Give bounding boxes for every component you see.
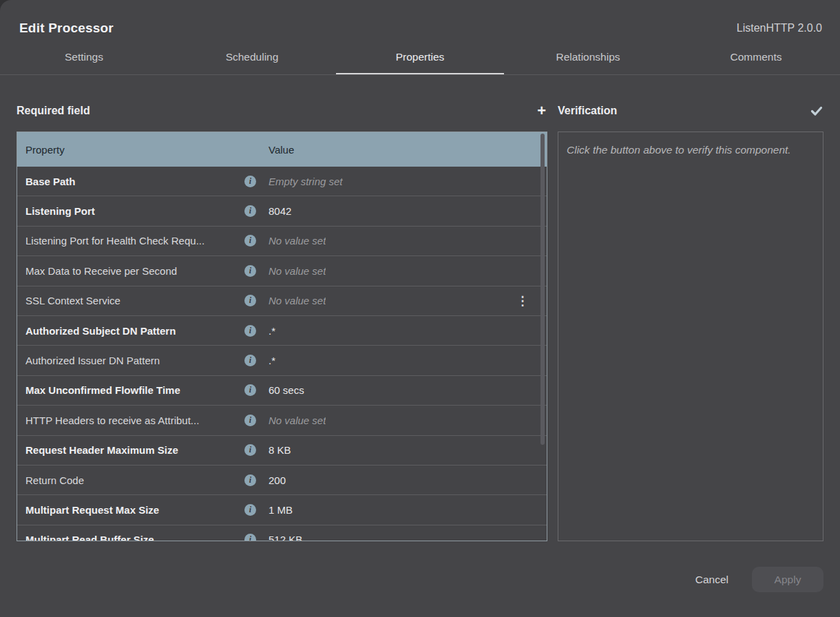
property-name: Listening Port: [25, 205, 95, 217]
kebab-menu-icon[interactable]: ⋮: [516, 295, 529, 306]
property-cell: Max Data to Receive per Second i: [17, 265, 260, 277]
verification-panel-header: Verification: [558, 101, 823, 121]
tab-relationships[interactable]: Relationships: [504, 43, 672, 74]
cancel-button[interactable]: Cancel: [689, 568, 735, 592]
info-icon: i: [244, 415, 256, 426]
table-row[interactable]: Multipart Read Buffer Size i 512 KB ⋮: [17, 525, 547, 541]
property-value-cell[interactable]: Empty string set ⋮: [260, 176, 547, 187]
property-name: Multipart Request Max Size: [25, 504, 159, 516]
property-value: No value set: [269, 235, 326, 247]
property-name: SSL Context Service: [25, 295, 120, 306]
info-icon: i: [244, 205, 256, 217]
property-value-cell[interactable]: No value set ⋮: [260, 265, 547, 277]
dialog-footer: Cancel Apply: [0, 547, 840, 617]
info-icon: i: [244, 384, 256, 396]
tab-label: Scheduling: [226, 51, 279, 63]
tab-settings[interactable]: Settings: [0, 43, 168, 74]
property-cell: Multipart Request Max Size i: [17, 504, 260, 516]
property-name: Max Unconfirmed Flowfile Time: [25, 384, 180, 396]
info-icon: i: [244, 295, 256, 306]
table-row[interactable]: Max Data to Receive per Second i No valu…: [17, 256, 547, 286]
table-row[interactable]: Return Code i 200 ⋮: [17, 466, 547, 495]
properties-column: Required field + Property Value Base Pat…: [17, 75, 547, 547]
verification-label: Verification: [558, 105, 617, 117]
property-value-cell[interactable]: No value set ⋮: [260, 295, 547, 306]
table-row[interactable]: Listening Port i 8042 ⋮: [17, 196, 547, 226]
property-name: Max Data to Receive per Second: [25, 265, 177, 277]
property-value-cell[interactable]: 8 KB ⋮: [260, 444, 547, 456]
info-icon: i: [244, 474, 256, 486]
tab-label: Properties: [396, 51, 445, 63]
edit-processor-dialog: Edit Processor ListenHTTP 2.0.0 Settings…: [0, 0, 840, 617]
tab-bar: Settings Scheduling Properties Relations…: [0, 43, 840, 75]
table-row[interactable]: Authorized Issuer DN Pattern i .* ⋮: [17, 346, 547, 375]
property-name: Return Code: [25, 474, 84, 486]
info-icon: i: [244, 504, 256, 516]
table-row[interactable]: SSL Context Service i No value set ⋮: [17, 286, 547, 316]
table-scrollbar-thumb[interactable]: [540, 134, 545, 445]
verification-message: Click the button above to verify this co…: [567, 142, 815, 158]
property-value-cell[interactable]: 8042 ⋮: [260, 205, 547, 217]
property-value-cell[interactable]: 512 KB ⋮: [260, 534, 547, 541]
property-cell: Request Header Maximum Size i: [17, 444, 260, 456]
property-name: Authorized Issuer DN Pattern: [25, 355, 160, 366]
info-icon: i: [244, 355, 256, 366]
processor-type-version: ListenHTTP 2.0.0: [737, 22, 822, 34]
table-row[interactable]: Base Path i Empty string set ⋮: [17, 167, 547, 196]
property-cell: Authorized Subject DN Pattern i: [17, 325, 260, 337]
column-header-value: Value: [260, 144, 547, 156]
property-value: Empty string set: [269, 176, 343, 187]
table-row[interactable]: Authorized Subject DN Pattern i .* ⋮: [17, 316, 547, 346]
info-icon: i: [244, 534, 256, 541]
column-header-property: Property: [17, 144, 260, 156]
property-value: 1 MB: [269, 504, 293, 516]
property-value: 8 KB: [269, 444, 291, 456]
property-value-cell[interactable]: 60 secs ⋮: [260, 384, 547, 396]
property-cell: SSL Context Service i: [17, 295, 260, 306]
table-header-row: Property Value: [17, 132, 547, 167]
property-value-cell[interactable]: 1 MB ⋮: [260, 504, 547, 516]
property-value: 200: [269, 474, 286, 486]
tab-properties[interactable]: Properties: [336, 43, 504, 74]
tab-label: Comments: [731, 51, 782, 63]
required-field-label: Required field: [17, 105, 90, 117]
info-icon: i: [244, 235, 256, 247]
property-value: 8042: [269, 205, 291, 217]
property-value: No value set: [269, 295, 326, 306]
verification-results-panel: Click the button above to verify this co…: [558, 132, 823, 541]
property-cell: Max Unconfirmed Flowfile Time i: [17, 384, 260, 396]
property-name: Base Path: [25, 176, 76, 187]
property-name: Authorized Subject DN Pattern: [25, 325, 176, 337]
property-value: .*: [269, 325, 275, 337]
property-cell: Listening Port for Health Check Requ... …: [17, 235, 260, 247]
property-value: 60 secs: [269, 384, 304, 396]
property-value: 512 KB: [269, 534, 302, 541]
apply-button[interactable]: Apply: [752, 567, 823, 592]
property-value-cell[interactable]: 200 ⋮: [260, 474, 547, 486]
table-row[interactable]: Request Header Maximum Size i 8 KB ⋮: [17, 436, 547, 466]
verify-check-icon[interactable]: [810, 104, 823, 118]
property-cell: Base Path i: [17, 176, 260, 187]
table-row[interactable]: HTTP Headers to receive as Attribut... i…: [17, 406, 547, 435]
tab-comments[interactable]: Comments: [672, 43, 840, 74]
table-row[interactable]: Max Unconfirmed Flowfile Time i 60 secs …: [17, 376, 547, 406]
verification-column: Verification Click the button above to v…: [558, 75, 823, 547]
property-value: No value set: [269, 265, 326, 277]
tab-label: Settings: [65, 51, 103, 63]
property-cell: Listening Port i: [17, 205, 260, 217]
info-icon: i: [244, 325, 256, 337]
property-value-cell[interactable]: .* ⋮: [260, 355, 547, 366]
add-property-icon[interactable]: +: [536, 104, 547, 118]
table-row[interactable]: Multipart Request Max Size i 1 MB ⋮: [17, 495, 547, 525]
info-icon: i: [244, 265, 256, 277]
table-row[interactable]: Listening Port for Health Check Requ... …: [17, 227, 547, 256]
tab-scheduling[interactable]: Scheduling: [168, 43, 336, 74]
table-body: Base Path i Empty string set ⋮ Listening…: [17, 167, 547, 541]
property-name: Request Header Maximum Size: [25, 444, 178, 456]
property-name: Multipart Read Buffer Size: [25, 534, 154, 541]
property-cell: HTTP Headers to receive as Attribut... i: [17, 415, 260, 426]
property-value-cell[interactable]: No value set ⋮: [260, 235, 547, 247]
property-name: HTTP Headers to receive as Attribut...: [25, 415, 199, 426]
property-value-cell[interactable]: No value set ⋮: [260, 415, 547, 426]
property-value-cell[interactable]: .* ⋮: [260, 325, 547, 337]
